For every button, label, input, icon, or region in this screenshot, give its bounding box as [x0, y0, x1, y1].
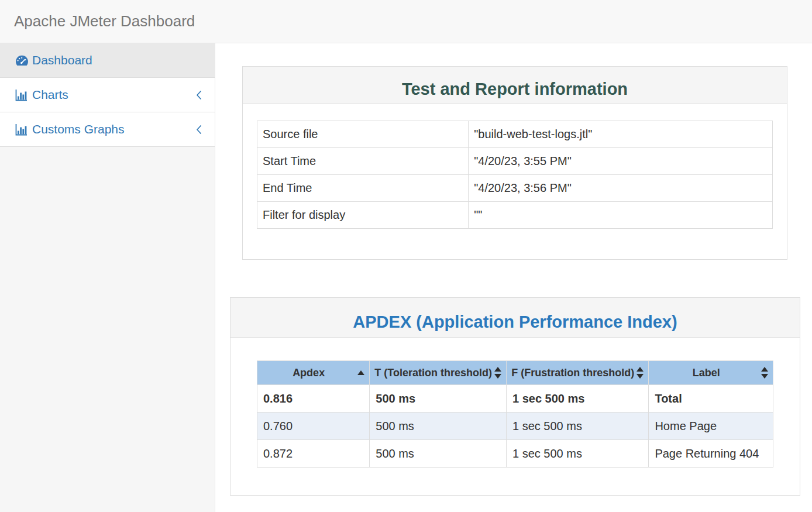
column-header-toleration[interactable]: T (Toleration threshold): [370, 361, 507, 385]
info-value: "4/20/23, 3:56 PM": [469, 175, 773, 202]
top-navbar: Apache JMeter Dashboard: [0, 0, 812, 43]
page: Apache JMeter Dashboard Dashboard: [0, 0, 812, 512]
frustration-value: 1 sec 500 ms: [506, 413, 648, 440]
info-value: "build-web-test-logs.jtl": [469, 121, 773, 148]
table-row: Filter for display "": [257, 202, 773, 229]
sidebar-item-charts[interactable]: Charts: [0, 78, 215, 112]
sidebar-item-label: Charts: [32, 88, 68, 102]
apdex-panel-heading: APDEX (Application Performance Index): [230, 298, 800, 338]
sort-icon: [761, 367, 768, 379]
sort-icon: [636, 367, 644, 379]
frustration-value: 1 sec 500 ms: [506, 440, 648, 468]
info-value: "": [469, 202, 773, 229]
apdex-row: 0.760 500 ms 1 sec 500 ms Home Page: [257, 413, 773, 440]
apdex-value: 0.760: [257, 413, 370, 440]
apdex-header-row: Apdex T (Toleration threshold) F (Frustr…: [257, 361, 773, 385]
info-label: Source file: [257, 121, 469, 148]
column-header-frustration[interactable]: F (Frustration threshold): [506, 361, 648, 385]
info-label: Start Time: [257, 148, 469, 175]
apdex-row: 0.872 500 ms 1 sec 500 ms Page Returning…: [257, 440, 773, 468]
apdex-panel-body: Apdex T (Toleration threshold) F (Frustr…: [230, 338, 800, 495]
toleration-value: 500 ms: [370, 440, 507, 468]
bar-chart-icon: [15, 89, 29, 101]
sort-icon: [494, 367, 501, 379]
test-info-panel-heading: Test and Report information: [243, 67, 787, 104]
apdex-value: 0.872: [257, 440, 370, 468]
column-header-label[interactable]: Label: [649, 361, 773, 385]
sidebar-item-customs-graphs[interactable]: Customs Graphs: [0, 112, 215, 147]
info-label: End Time: [257, 175, 469, 202]
test-info-panel-title: Test and Report information: [252, 80, 778, 99]
test-info-panel-body: Source file "build-web-test-logs.jtl" St…: [243, 104, 787, 259]
apdex-panel-title: APDEX (Application Performance Index): [239, 312, 791, 332]
chevron-left-icon: [195, 125, 202, 135]
bar-chart-icon: [15, 123, 29, 136]
test-info-panel: Test and Report information Source file …: [242, 66, 787, 260]
apdex-panel: APDEX (Application Performance Index) Ap…: [230, 297, 800, 496]
apdex-table: Apdex T (Toleration threshold) F (Frustr…: [257, 360, 773, 468]
table-row: Start Time "4/20/23, 3:55 PM": [257, 148, 773, 175]
main-content: Test and Report information Source file …: [216, 66, 812, 496]
sort-asc-icon: [357, 370, 364, 375]
test-info-table: Source file "build-web-test-logs.jtl" St…: [257, 121, 773, 229]
chevron-left-icon: [195, 90, 202, 100]
toleration-value: 500 ms: [370, 413, 507, 440]
toleration-value: 500 ms: [370, 385, 507, 413]
sidebar: Dashboard Charts: [0, 43, 215, 512]
frustration-value: 1 sec 500 ms: [506, 385, 648, 413]
sidebar-item-label: Customs Graphs: [32, 122, 125, 136]
gauge-icon: [15, 55, 29, 66]
label-value: Total: [649, 385, 773, 413]
apdex-row-total: 0.816 500 ms 1 sec 500 ms Total: [257, 385, 773, 413]
label-value: Home Page: [649, 413, 773, 440]
table-row: End Time "4/20/23, 3:56 PM": [257, 175, 773, 202]
table-row: Source file "build-web-test-logs.jtl": [257, 121, 773, 148]
info-value: "4/20/23, 3:55 PM": [469, 148, 773, 175]
apdex-value: 0.816: [257, 385, 370, 413]
app-title: Apache JMeter Dashboard: [14, 12, 195, 30]
sidebar-item-dashboard[interactable]: Dashboard: [0, 43, 215, 78]
info-label: Filter for display: [257, 202, 469, 229]
column-header-apdex[interactable]: Apdex: [257, 361, 370, 385]
sidebar-item-label: Dashboard: [32, 53, 92, 67]
label-value: Page Returning 404: [649, 440, 773, 468]
